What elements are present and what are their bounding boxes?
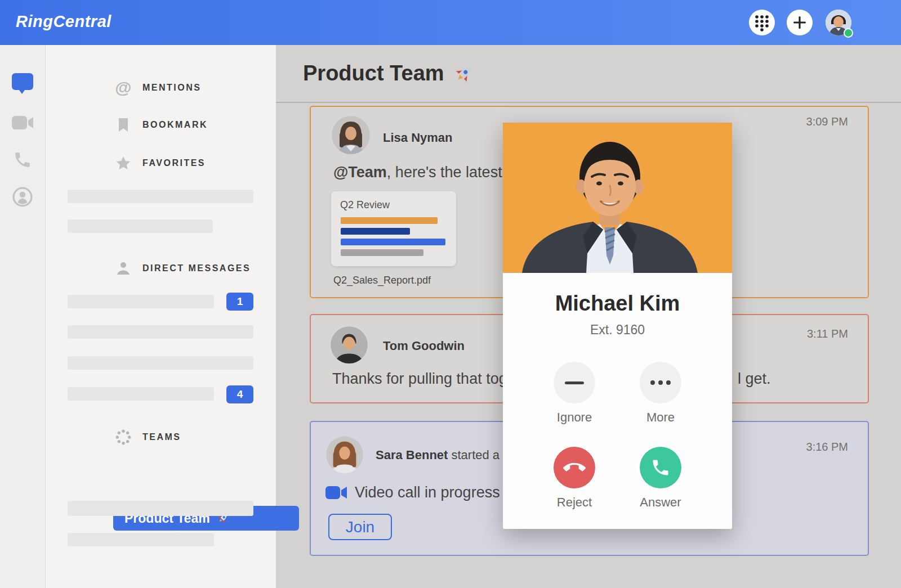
sidebar-item-label: BOOKMARK	[142, 120, 208, 130]
incoming-call-modal: Michael Kim Ext. 9160 Ignore More Reject…	[503, 123, 732, 529]
unread-badge: 4	[226, 385, 253, 403]
channel-header: Product Team	[276, 45, 901, 103]
chart-bar	[341, 239, 445, 245]
action-label: Ignore	[541, 410, 608, 425]
avatar-tom	[331, 326, 368, 363]
sidebar-section-direct-messages: DIRECT MESSAGES	[113, 257, 251, 280]
dm-placeholder[interactable]	[68, 295, 214, 308]
more-dots-icon	[650, 380, 671, 385]
video-call-text: Video call in progress	[355, 484, 500, 501]
section-label: TEAMS	[142, 432, 181, 442]
contact-icon	[12, 187, 33, 207]
phone-icon	[13, 150, 32, 169]
author-name: Tom Goodwin	[383, 339, 465, 353]
video-camera-icon	[11, 115, 34, 131]
sidebar-item-favorites[interactable]: FAVORITES	[113, 152, 206, 174]
message-text-left: Thanks for pulling that tog	[332, 370, 507, 388]
at-icon: @	[113, 79, 133, 96]
conversation-placeholder[interactable]	[68, 219, 213, 233]
rail-item-messages[interactable]	[0, 68, 45, 100]
sidebar-item-label: FAVORITES	[142, 158, 206, 168]
star-icon	[113, 156, 133, 171]
sidebar-item-label: MENTIONS	[142, 83, 201, 93]
conversation-placeholder[interactable]	[68, 190, 253, 203]
author-name: Lisa Nyman	[383, 131, 453, 145]
dialpad-icon	[754, 14, 770, 32]
minus-icon	[565, 381, 584, 384]
dialpad-button[interactable]	[749, 10, 775, 35]
team-placeholder[interactable]	[68, 501, 253, 516]
conversation-sidebar: @ MENTIONS BOOKMARK FAVORITES DIRECT MES…	[46, 45, 276, 588]
person-icon	[113, 261, 133, 276]
team-placeholder[interactable]	[68, 533, 214, 546]
dm-placeholder[interactable]	[68, 387, 214, 401]
sidebar-item-mentions[interactable]: @ MENTIONS	[113, 77, 201, 99]
video-call-status-row: Video call in progress	[325, 484, 500, 501]
author-name: Sara Bennet started a	[376, 448, 499, 463]
chart-bar	[341, 249, 423, 256]
app-rail	[0, 45, 46, 588]
section-label: DIRECT MESSAGES	[142, 263, 251, 273]
top-header-bar: RingCentral	[0, 0, 901, 45]
rail-item-video[interactable]	[0, 107, 45, 138]
unread-badge: 1	[226, 293, 253, 311]
attachment-preview[interactable]: Q2 Review	[331, 191, 456, 266]
rail-item-phone[interactable]	[0, 144, 45, 176]
mention-token[interactable]: @Team	[333, 164, 387, 181]
page-title: Product Team	[303, 45, 476, 102]
caller-name: Michael Kim	[503, 291, 732, 316]
timestamp: 3:11 PM	[807, 327, 848, 340]
plus-icon	[792, 15, 807, 30]
sidebar-item-bookmark[interactable]: BOOKMARK	[113, 114, 208, 136]
team-dots-icon	[113, 429, 133, 445]
online-status-dot	[844, 28, 853, 38]
timestamp: 3:09 PM	[806, 115, 848, 128]
channel-title-text: Product Team	[303, 61, 444, 86]
reject-button[interactable]: Reject	[541, 447, 608, 510]
action-label: Answer	[627, 495, 694, 510]
avatar-sara	[326, 436, 363, 473]
caller-extension: Ext. 9160	[503, 322, 732, 338]
rail-item-contacts[interactable]	[0, 181, 45, 213]
sidebar-section-teams: TEAMS	[113, 426, 181, 448]
ringcentral-logo: RingCentral	[16, 12, 111, 31]
attachment-filename[interactable]: Q2_Sales_Report.pdf	[333, 275, 431, 286]
dm-placeholder[interactable]	[68, 325, 253, 339]
timestamp: 3:16 PM	[806, 441, 848, 454]
new-actions-button[interactable]	[787, 10, 813, 35]
action-label: Reject	[541, 495, 608, 510]
avatar-lisa	[332, 116, 370, 154]
action-label: More	[627, 410, 694, 425]
phone-icon	[650, 457, 671, 478]
chart-bar	[341, 228, 410, 235]
rocket-icon	[452, 62, 476, 86]
caller-photo	[503, 123, 732, 273]
message-text-right: l get.	[738, 370, 771, 388]
bookmark-icon	[113, 117, 133, 133]
attachment-title: Q2 Review	[340, 199, 390, 211]
chart-bar	[341, 217, 438, 224]
author-action-text: started a	[448, 448, 499, 462]
attachment-chart-bars	[341, 217, 445, 260]
video-call-icon	[325, 485, 347, 500]
answer-button[interactable]: Answer	[627, 447, 694, 510]
dm-placeholder[interactable]	[68, 356, 253, 370]
chat-bubble-icon	[11, 71, 34, 96]
message-text: @Team, here's the latest	[333, 164, 502, 181]
ignore-button[interactable]: Ignore	[541, 362, 608, 425]
join-call-button[interactable]: Join	[328, 514, 392, 540]
more-button[interactable]: More	[627, 362, 694, 425]
phone-down-icon	[563, 456, 586, 479]
